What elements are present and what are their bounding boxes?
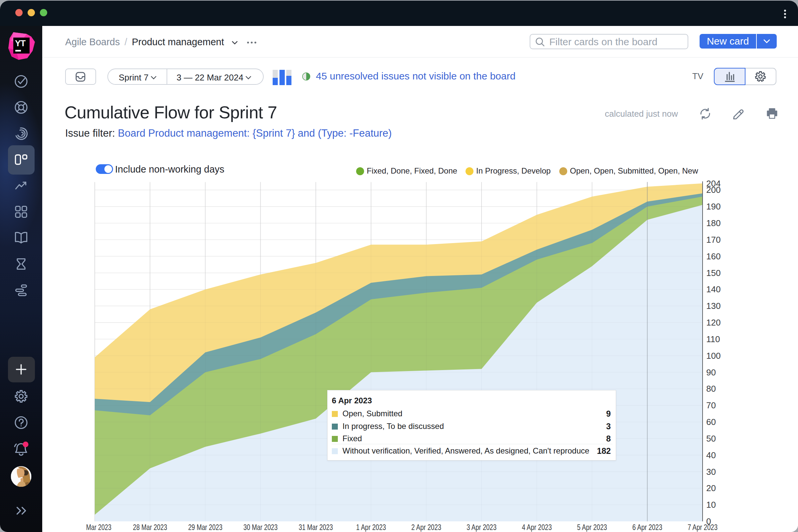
svg-text:YT: YT [15,38,25,48]
